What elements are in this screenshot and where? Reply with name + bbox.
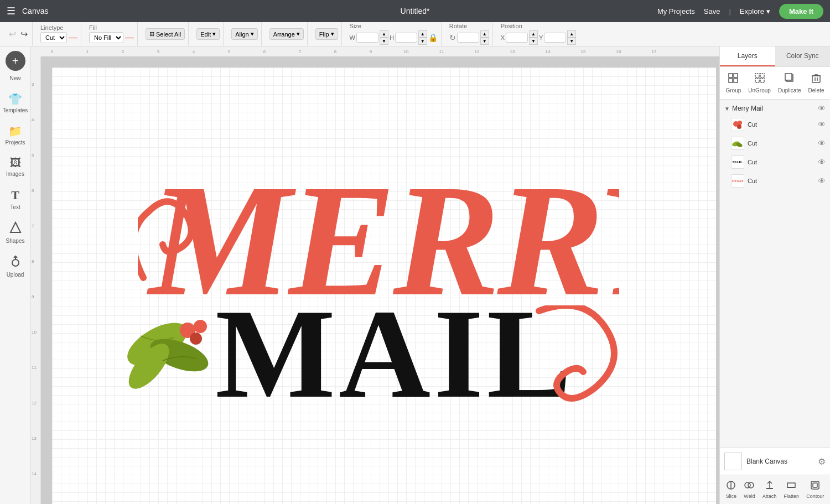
x-input[interactable] — [506, 33, 528, 43]
svg-rect-19 — [785, 74, 792, 80]
layer-item-holly[interactable]: Cut 👁 — [720, 134, 830, 153]
layer-item-berries[interactable]: Cut 👁 — [720, 115, 830, 134]
sidebar-item-projects[interactable]: 📁 Projects — [2, 120, 29, 150]
group-name: Merry Mail — [732, 105, 763, 112]
tab-layers[interactable]: Layers — [720, 46, 775, 66]
w-label: W — [350, 34, 355, 41]
ruler-h-12: 12 — [475, 49, 480, 54]
sidebar-item-shapes[interactable]: Shapes — [2, 217, 29, 248]
save-button[interactable]: Save — [704, 7, 720, 15]
width-input[interactable] — [356, 33, 378, 43]
height-up[interactable]: ▲ — [418, 30, 427, 38]
attach-icon — [765, 480, 775, 492]
ruler-v-14: 14 — [32, 471, 37, 476]
sidebar-item-upload[interactable]: Upload — [2, 251, 29, 282]
y-up[interactable]: ▲ — [567, 30, 576, 38]
ruler-v-7: 7 — [32, 224, 34, 228]
edit-button[interactable]: Edit ▾ — [196, 28, 220, 40]
redo-button[interactable]: ↪ — [19, 28, 29, 40]
group-eye-icon[interactable]: 👁 — [818, 104, 826, 113]
ruler-h-13: 13 — [510, 49, 515, 54]
layer-item-merry[interactable]: MERRY Cut 👁 — [720, 172, 830, 190]
group-action[interactable]: Group — [724, 70, 744, 96]
flatten-action[interactable]: Flatten — [782, 479, 801, 501]
duplicate-action[interactable]: Duplicate — [776, 70, 803, 96]
align-group: Align ▾ — [228, 22, 261, 46]
layer-eye-mail[interactable]: 👁 — [818, 158, 826, 167]
lock-aspect-icon[interactable]: 🔒 — [428, 33, 438, 42]
slice-icon — [726, 480, 736, 492]
height-input[interactable] — [395, 33, 417, 43]
ruler-h-15: 15 — [581, 49, 586, 54]
delete-action[interactable]: Delete — [806, 70, 827, 96]
layer-name-berries: Cut — [748, 121, 815, 128]
fill-select[interactable]: No Fill — [89, 32, 123, 43]
select-all-button[interactable]: ⊞ Select All — [146, 28, 185, 40]
svg-point-9 — [190, 332, 202, 345]
new-button[interactable]: + — [6, 51, 25, 71]
undo-button[interactable]: ↩ — [8, 28, 17, 40]
align-button[interactable]: Align ▾ — [231, 28, 257, 40]
ruler-h-5: 5 — [228, 49, 230, 54]
layer-group-header[interactable]: ▼ Merry Mail 👁 — [720, 102, 830, 115]
x-up[interactable]: ▲ — [529, 30, 538, 38]
canvas-grid[interactable]: MERRY MAIL — [52, 67, 716, 504]
ruler-v-4: 4 — [32, 117, 34, 122]
blank-canvas-settings-icon[interactable]: ⚙ — [818, 456, 826, 467]
y-input[interactable] — [544, 33, 566, 43]
layer-eye-berries[interactable]: 👁 — [818, 120, 826, 129]
header: ☰ Canvas Untitled* My Projects Save | Ex… — [0, 0, 830, 22]
edit-chevron: ▾ — [212, 30, 216, 38]
svg-rect-33 — [766, 488, 773, 489]
height-down[interactable]: ▼ — [418, 38, 427, 45]
tab-color-sync[interactable]: Color Sync — [775, 46, 831, 66]
flip-button[interactable]: Flip ▾ — [315, 28, 338, 40]
rotate-down[interactable]: ▼ — [480, 38, 489, 45]
layer-eye-merry[interactable]: 👁 — [818, 176, 826, 185]
linetype-label: Linetype — [40, 25, 64, 31]
rotate-up[interactable]: ▲ — [480, 30, 489, 38]
upload-label: Upload — [7, 272, 24, 278]
right-panel: Layers Color Sync Group — [719, 46, 830, 504]
sidebar-item-text[interactable]: T Text — [2, 184, 29, 215]
layer-eye-holly[interactable]: 👁 — [818, 139, 826, 148]
layer-item-mail[interactable]: MAIL Cut 👁 — [720, 153, 830, 172]
y-spinner: ▲ ▼ — [567, 30, 576, 45]
flip-chevron: ▾ — [331, 30, 334, 38]
ruler-h-2: 2 — [122, 49, 124, 54]
svg-rect-34 — [787, 483, 795, 487]
position-group: Position X ▲ ▼ Y ▲ ▼ — [497, 22, 580, 46]
rotate-icon: ↻ — [449, 33, 456, 42]
svg-rect-12 — [729, 79, 733, 82]
ruler-v-10: 10 — [32, 330, 37, 335]
width-up[interactable]: ▲ — [380, 30, 388, 38]
contour-action[interactable]: Contour — [805, 479, 826, 501]
size-label: Size — [350, 23, 361, 29]
my-projects-link[interactable]: My Projects — [657, 7, 695, 15]
make-it-button[interactable]: Make It — [779, 4, 823, 19]
flatten-label: Flatten — [784, 493, 800, 499]
explore-button[interactable]: Explore ▾ — [740, 7, 770, 15]
ungroup-action[interactable]: UnGroup — [746, 70, 773, 96]
ruler-v-11: 11 — [32, 365, 37, 370]
slice-label: Slice — [726, 493, 737, 499]
svg-point-32 — [748, 482, 754, 488]
arrange-button[interactable]: Arrange ▾ — [269, 28, 304, 40]
y-label: Y — [539, 34, 543, 41]
ruler-v-9: 9 — [32, 294, 34, 299]
attach-action[interactable]: Attach — [761, 479, 779, 501]
ruler-v-8: 8 — [32, 259, 34, 264]
sidebar-item-templates[interactable]: 👕 Templates — [2, 88, 29, 118]
sidebar-item-images[interactable]: 🖼 Images — [2, 152, 29, 181]
slice-action[interactable]: Slice — [724, 479, 739, 501]
x-down[interactable]: ▼ — [529, 38, 538, 45]
y-down[interactable]: ▼ — [567, 38, 576, 45]
weld-action[interactable]: Weld — [742, 479, 756, 501]
ruler-v-3: 3 — [32, 82, 34, 87]
menu-icon[interactable]: ☰ — [7, 5, 15, 17]
width-down[interactable]: ▼ — [380, 38, 388, 45]
svg-rect-11 — [734, 74, 738, 77]
linetype-select[interactable]: Cut — [40, 32, 67, 43]
rotate-input[interactable] — [457, 33, 479, 43]
canvas-viewport[interactable]: MERRY MAIL — [41, 56, 719, 504]
